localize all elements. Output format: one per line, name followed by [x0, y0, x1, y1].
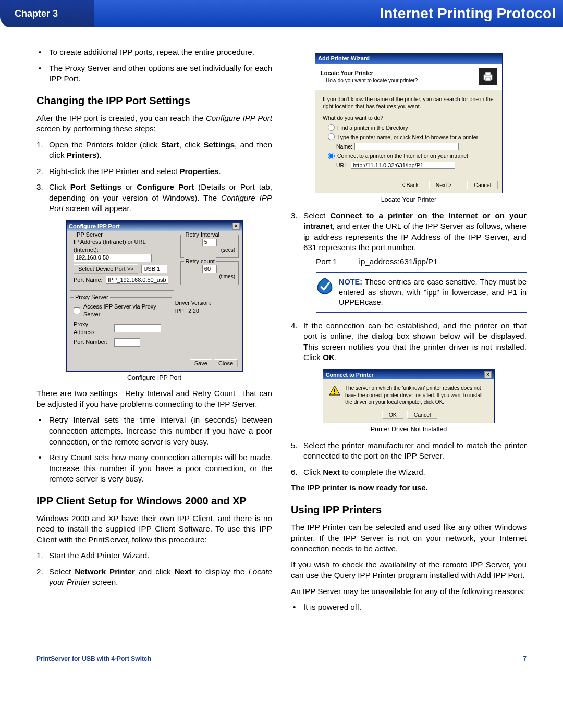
select-device-button[interactable]: Select Device Port >>: [74, 264, 138, 274]
svg-rect-1: [485, 72, 491, 75]
svg-rect-2: [485, 78, 491, 81]
bullet-item: Retry Count sets how many connection att…: [36, 452, 272, 485]
unit-label: (secs): [184, 246, 235, 254]
field-label: IP Address (Intranet) or URL (Internet):: [74, 238, 170, 254]
page-footer: PrintServer for USB with 4-Port Switch 7: [36, 655, 527, 663]
retry-interval-input[interactable]: 5: [202, 238, 217, 246]
heading-using: Using IPP Printers: [291, 503, 527, 517]
field-label: Proxy Address:: [74, 320, 111, 336]
proxy-checkbox[interactable]: [74, 307, 80, 314]
close-icon[interactable]: ×: [484, 371, 492, 378]
printer-icon: [479, 68, 497, 85]
dialog-title: Configure IPP Port: [69, 223, 120, 230]
group-label: IPP Server: [74, 231, 104, 239]
field-label: Name:: [336, 143, 352, 150]
paragraph: After the IPP port is created, you can r…: [36, 113, 272, 134]
paragraph: An IPP Server may be unavailable for any…: [291, 586, 527, 597]
figure-caption: Configure IPP Port: [36, 374, 272, 382]
bullet-item: It is powered off.: [291, 602, 527, 613]
driver-version: 2.20: [188, 307, 199, 314]
radio-label: Connect to a printer on the Internet or …: [337, 152, 468, 159]
right-column: Add Printer Wizard Locate Your Printer H…: [291, 47, 527, 618]
paragraph: If you wish to check the availability of…: [291, 560, 527, 581]
retry-count-input[interactable]: 60: [202, 265, 217, 273]
chapter-tab: Chapter 3: [0, 0, 94, 27]
ok-button[interactable]: OK: [382, 411, 403, 419]
field-label: Port Number:: [74, 338, 111, 346]
checkmark-icon: [316, 277, 334, 295]
page-number: 7: [523, 655, 527, 663]
bullet-item: Retry Interval sets the time interval (i…: [36, 415, 272, 447]
wizard-subheading: How do you want to locate your printer?: [326, 77, 418, 84]
prompt-text: What do you want to do?: [323, 114, 495, 121]
heading-changing: Changing the IPP Port Settings: [36, 94, 272, 108]
cancel-button[interactable]: Cancel: [467, 181, 498, 189]
url-input[interactable]: http://11.11.0.32:631/ipp/P1: [351, 162, 455, 169]
checkbox-label: Access IPP Server via Proxy Server: [83, 303, 168, 318]
footer-product: PrintServer for USB with 4-Port Switch: [36, 655, 151, 663]
wizard-heading: Locate Your Printer: [321, 69, 418, 77]
radio-find-directory[interactable]: [328, 124, 335, 131]
save-button[interactable]: Save: [190, 359, 212, 367]
svg-rect-4: [334, 393, 335, 394]
field-label: Port Name:: [74, 276, 103, 284]
driver-name: IPP: [175, 307, 184, 314]
close-icon[interactable]: ×: [232, 223, 240, 230]
unit-label: (times): [184, 273, 235, 280]
note-callout: NOTE: These entries are case sensitive. …: [316, 272, 527, 313]
close-button[interactable]: Close: [214, 359, 238, 367]
portname-input[interactable]: IPP_192.168.0.50_usb: [106, 276, 168, 284]
ready-text: The IPP printer is now ready for use.: [291, 483, 527, 493]
back-button[interactable]: < Back: [395, 181, 425, 189]
figure-caption: Locate Your Printer: [291, 195, 527, 204]
radio-type-name[interactable]: [328, 133, 335, 140]
step-item: Start the Add Printer Wizard.: [36, 550, 272, 561]
left-column: To create additional IPP ports, repeat t…: [36, 47, 272, 618]
group-label: Retry Interval: [184, 231, 221, 239]
step-item: If the connection can be established, an…: [291, 320, 527, 363]
bullet-item: To create additional IPP ports, repeat t…: [36, 47, 272, 58]
field-label: URL:: [336, 162, 349, 169]
paragraph: Windows 2000 and XP have their own IPP C…: [36, 513, 272, 546]
figure-configure-ipp: Configure IPP Port× IPP Server IP Addres…: [36, 220, 272, 382]
group-label: Retry count: [184, 257, 216, 265]
field-label: Driver Version:: [175, 299, 239, 306]
radio-label: Type the printer name, or click Next to …: [337, 133, 478, 141]
proxy-address-input[interactable]: [114, 324, 161, 332]
page-header: Chapter 3 Internet Printing Protocol: [0, 0, 563, 27]
port-value: ip_address:631/ipp/P1: [359, 256, 438, 267]
figure-driver-not-installed: Connect to Printer× The server on which …: [291, 369, 527, 434]
page-title: Internet Printing Protocol: [94, 0, 563, 27]
paragraph: There are two settings—Retry Interval an…: [36, 388, 272, 410]
cancel-button[interactable]: Cancel: [407, 411, 438, 419]
hint-text: If you don't know the name of the printe…: [323, 95, 495, 110]
radio-connect-internet[interactable]: [328, 153, 335, 159]
heading-client-setup: IPP Client Setup for Windows 2000 and XP: [36, 494, 272, 508]
svg-rect-3: [334, 389, 335, 392]
next-button[interactable]: Next >: [429, 181, 459, 189]
step-item: Right-click the IPP Printer and select P…: [36, 166, 272, 177]
step-item: Click Next to complete the Wizard.: [291, 467, 527, 478]
step-item: Select the printer manufacturer and mode…: [291, 440, 527, 462]
port-label: Port 1: [316, 256, 337, 267]
proxy-port-input[interactable]: [114, 338, 140, 347]
bullet-item: The Proxy Server and other options are s…: [36, 63, 272, 84]
figure-caption: Printer Driver Not Installed: [291, 425, 527, 434]
warning-icon: [328, 385, 341, 397]
printer-name-input[interactable]: [354, 143, 459, 150]
step-item: Select Network Printer and click Next to…: [36, 566, 272, 588]
device-input[interactable]: USB 1: [141, 265, 167, 273]
radio-label: Find a printer in the Directory: [337, 124, 408, 131]
dialog-title: Connect to Printer: [326, 371, 374, 378]
group-label: Proxy Server: [74, 293, 110, 301]
paragraph: The IPP Printer can be selected and used…: [291, 522, 527, 554]
ip-input[interactable]: 192.168.0.50: [74, 254, 152, 262]
step-item: Open the Printers folder (click Start, c…: [36, 140, 272, 161]
dialog-title: Add Printer Wizard: [315, 54, 502, 64]
step-item: Select Connect to a printer on the Inter…: [291, 211, 527, 313]
step-item: Click Port Settings or Configure Port (D…: [36, 182, 272, 214]
message-text: The server on which the 'unknown' printe…: [345, 385, 489, 406]
figure-locate-printer: Add Printer Wizard Locate Your Printer H…: [291, 53, 527, 204]
